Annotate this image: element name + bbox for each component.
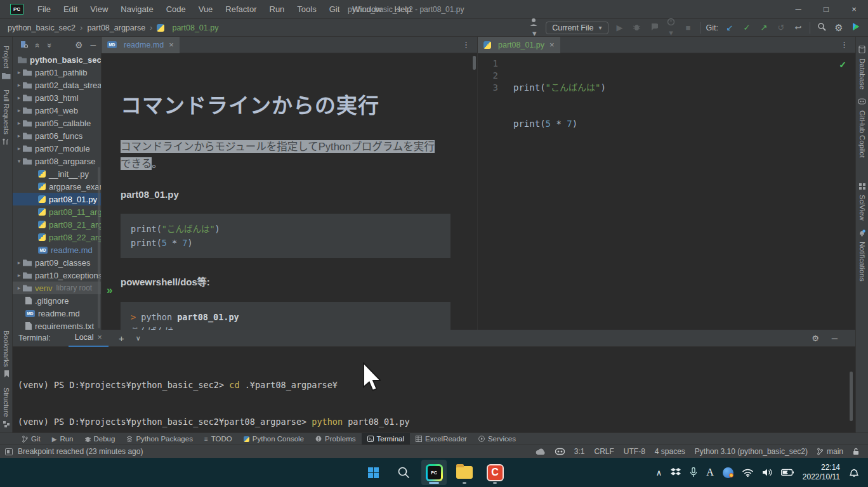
chevron-right-icon[interactable]: ▸	[15, 285, 23, 291]
battery-icon[interactable]	[781, 469, 794, 476]
tool-window-structure[interactable]: Structure	[0, 387, 13, 429]
tree-item-venv[interactable]: ▸venvlibrary root	[13, 282, 101, 294]
run-button[interactable]: ▶	[614, 23, 626, 32]
tree-item-folder[interactable]: ▸part01_pathlib	[13, 66, 101, 79]
browser-tray-icon[interactable]	[723, 467, 733, 478]
menu-tools[interactable]: Tools	[291, 0, 322, 19]
rollback-icon[interactable]: ↩	[792, 23, 804, 32]
menu-code[interactable]: Code	[160, 0, 192, 19]
tree-item-folder[interactable]: ▸part03_html	[13, 91, 101, 104]
minimize-button[interactable]: ─	[784, 0, 812, 19]
tool-window-sciview[interactable]: SciView	[856, 183, 868, 221]
code-area[interactable]: 1 2 3 print("こんばんは") print(5 * 7)	[478, 53, 855, 154]
toolbtn-run[interactable]: ▶Run	[46, 433, 79, 445]
menu-refactor[interactable]: Refactor	[219, 0, 263, 19]
tree-item-root[interactable]: python_basic_sec2 D:¥	[13, 53, 101, 66]
breadcrumb-folder[interactable]: part08_argparse	[87, 23, 145, 32]
code-with-me-icon[interactable]	[850, 22, 862, 33]
hide-panel-icon[interactable]: ─	[90, 41, 96, 49]
tab-part08-01-py[interactable]: part08_01.py ×	[478, 37, 560, 53]
close-icon[interactable]: ×	[98, 333, 102, 342]
settings-gear-icon[interactable]: ⚙	[833, 22, 845, 34]
toolbtn-todo[interactable]: ≡TODO	[199, 433, 238, 445]
chevron-right-icon[interactable]: ▸	[15, 272, 23, 278]
tree-item-file[interactable]: part08_11_argv.p	[13, 205, 101, 218]
more-options-icon[interactable]: ⋮	[462, 40, 477, 49]
close-icon[interactable]: ×	[549, 40, 555, 49]
search-icon[interactable]	[816, 22, 827, 33]
notification-bell-icon[interactable]: z	[849, 467, 859, 477]
toolbtn-excelreader[interactable]: ExcelReader	[410, 433, 473, 445]
run-configuration-select[interactable]: Current File ▾	[546, 22, 608, 34]
stop-button[interactable]: ■	[683, 23, 694, 32]
status-message[interactable]: Breakpoint reached (23 minutes ago)	[18, 447, 143, 456]
start-button[interactable]	[360, 460, 386, 485]
tree-item-folder[interactable]: ▸part09_classes	[13, 256, 101, 269]
wifi-icon[interactable]	[742, 469, 753, 477]
menu-run[interactable]: Run	[263, 0, 291, 19]
user-icon[interactable]: ▾	[529, 18, 540, 38]
taskbar-clock[interactable]: 22:14 2022/10/11	[803, 463, 840, 482]
speaker-icon[interactable]	[762, 468, 772, 477]
toolbtn-python-packages[interactable]: Python Packages	[121, 433, 199, 445]
chevron-right-icon[interactable]: ▸	[15, 259, 23, 266]
toolbtn-debug[interactable]: Debug	[79, 433, 121, 445]
line-separator[interactable]: CRLF	[594, 447, 614, 456]
tree-item-file[interactable]: readme.md	[13, 307, 101, 320]
new-terminal-icon[interactable]: +	[119, 333, 124, 344]
file-encoding[interactable]: UTF-8	[624, 447, 645, 456]
profiler-button[interactable]: ▾	[666, 18, 677, 37]
git-branch-name[interactable]: main	[827, 447, 843, 456]
tab-readme-md[interactable]: readme.md ×	[102, 37, 180, 53]
markdown-preview[interactable]: コマンドラインからの実行 コマンドラインからモジュールを指定してPythonプロ…	[102, 53, 477, 330]
indent-size[interactable]: 4 spaces	[655, 447, 685, 456]
tree-item-folder[interactable]: ▸part06_funcs	[13, 129, 101, 142]
caret-position[interactable]: 3:1	[574, 447, 585, 456]
menu-navigate[interactable]: Navigate	[114, 0, 159, 19]
tool-window-project[interactable]: Project	[0, 46, 12, 81]
microphone-icon[interactable]	[690, 467, 697, 477]
collapse-all-icon[interactable]: »	[45, 42, 55, 47]
coverage-button[interactable]	[648, 23, 660, 33]
breadcrumb-file[interactable]: part08_01.py	[172, 23, 218, 32]
toolbtn-problems[interactable]: Problems	[310, 433, 362, 445]
chevron-down-icon[interactable]: ▾	[15, 158, 23, 164]
editor-scrollbar[interactable]	[473, 56, 476, 70]
copilot-status-icon[interactable]	[555, 448, 565, 455]
menu-view[interactable]: View	[84, 0, 114, 19]
menu-edit[interactable]: Edit	[57, 0, 84, 19]
breadcrumb-project[interactable]: python_basic_sec2	[8, 23, 76, 32]
ime-mode-indicator[interactable]: A	[706, 467, 714, 478]
tree-item-file[interactable]: __init__.py	[13, 167, 101, 180]
chevron-right-icon[interactable]: ▸	[15, 120, 23, 126]
tool-window-bookmarks[interactable]: Bookmarks	[0, 330, 13, 379]
taskbar-search-button[interactable]	[391, 460, 416, 485]
tree-item-folder[interactable]: ▸part07_module	[13, 142, 101, 155]
locate-file-icon[interactable]	[20, 41, 28, 50]
taskbar-explorer-button[interactable]	[452, 460, 477, 485]
python-interpreter[interactable]: Python 3.10 (python_basic_sec2)	[695, 447, 808, 456]
chevron-down-icon[interactable]: ∨	[136, 334, 141, 342]
history-icon[interactable]: ↺	[775, 23, 787, 32]
git-push-icon[interactable]: ↗	[758, 23, 770, 32]
tool-window-github-copilot[interactable]: GitHub Copilot	[856, 98, 868, 158]
git-update-icon[interactable]: ↙	[724, 23, 735, 32]
menu-vue[interactable]: Vue	[192, 0, 220, 19]
menu-file[interactable]: File	[31, 0, 57, 19]
tool-window-notifications[interactable]: Notifications	[856, 230, 868, 282]
taskbar-camtasia-button[interactable]: C	[482, 460, 508, 485]
cloud-sync-icon[interactable]	[536, 448, 546, 455]
expand-all-icon[interactable]: «	[33, 42, 43, 47]
toolbtn-python-console[interactable]: Python Console	[238, 433, 310, 445]
tool-window-pull-requests[interactable]: Pull Requests	[0, 89, 12, 146]
tree-item-file[interactable]: part08_21_argpa	[13, 218, 101, 231]
menu-git[interactable]: Git	[323, 0, 346, 19]
tree-item-folder[interactable]: ▸part05_callable	[13, 117, 101, 129]
tree-item-file[interactable]: part08_22_argpa	[13, 231, 101, 244]
dropbox-icon[interactable]	[671, 468, 681, 477]
tree-scrollbar[interactable]	[98, 167, 100, 328]
terminal-tab-local[interactable]: Local ×	[69, 330, 109, 347]
close-button[interactable]: ×	[840, 0, 868, 19]
chevron-right-icon[interactable]: ▸	[15, 145, 23, 152]
chevron-right-icon[interactable]: ▸	[15, 94, 23, 101]
